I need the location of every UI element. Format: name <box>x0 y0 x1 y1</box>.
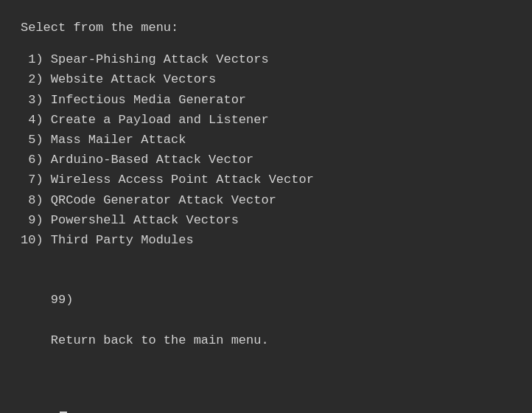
menu-items-list: 1) Spear-Phishing Attack Vectors 2) Webs… <box>21 49 511 250</box>
prompt-set-text[interactable]: set <box>21 408 43 413</box>
menu-item: 8) QRCode Generator Attack Vector <box>21 190 511 210</box>
menu-item: 10) Third Party Modules <box>21 230 511 250</box>
menu-item: 2) Website Attack Vectors <box>21 69 511 89</box>
prompt-arrow: > <box>43 408 51 413</box>
terminal-window: Select from the menu: 1) Spear-Phishing … <box>0 0 532 413</box>
return-item-number: 99) <box>51 293 74 307</box>
menu-header-text: Select from the menu: <box>21 21 178 35</box>
menu-item: 9) Powershell Attack Vectors <box>21 210 511 230</box>
return-item-label: Return back to the main menu. <box>51 333 269 347</box>
menu-item: 6) Arduino-Based Attack Vector <box>21 150 511 170</box>
prompt-line: set > <box>21 408 511 413</box>
blank-line-1 <box>21 250 511 270</box>
prompt-space <box>51 408 58 413</box>
return-item-space <box>51 313 58 327</box>
menu-header: Select from the menu: <box>21 18 511 38</box>
blank-line-2 <box>21 370 511 390</box>
menu-item: 4) Create a Payload and Listener <box>21 110 511 130</box>
menu-item: 5) Mass Mailer Attack <box>21 130 511 150</box>
menu-item: 1) Spear-Phishing Attack Vectors <box>21 49 511 69</box>
menu-item: 3) Infectious Media Generator <box>21 90 511 110</box>
return-menu-item: 99) Return back to the main menu. <box>21 270 511 370</box>
menu-item: 7) Wireless Access Point Attack Vector <box>21 170 511 190</box>
